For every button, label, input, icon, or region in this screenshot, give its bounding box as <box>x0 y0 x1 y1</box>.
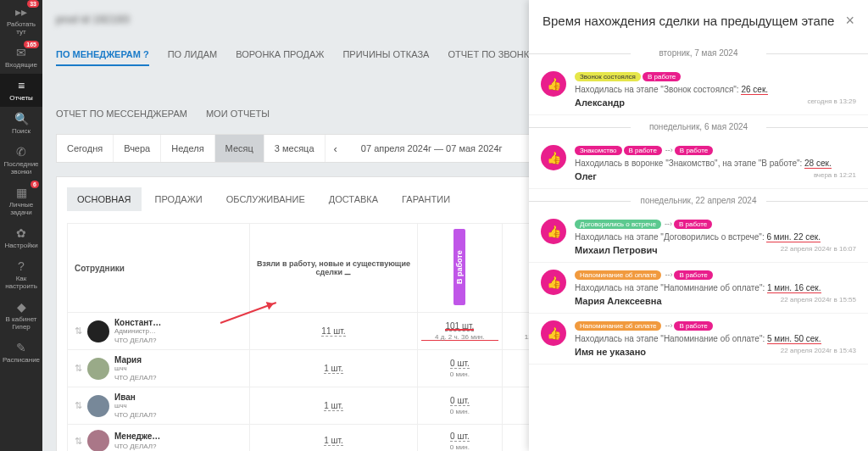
thumb-up-icon: 👍 <box>541 270 566 295</box>
thumb-up-icon: 👍 <box>541 219 566 244</box>
event-tags: Напоминание об оплате--›В работе <box>575 320 856 331</box>
stage-tag: Напоминание об оплате <box>575 321 661 331</box>
employee-name: Мария <box>114 355 157 365</box>
work-cell[interactable]: 1 шт. <box>250 425 417 452</box>
thumb-up-icon: 👍 <box>541 320 566 346</box>
sidebar-item-В кабинет Гипер[interactable]: ◆В кабинет Гипер <box>0 295 42 336</box>
drag-handle-icon[interactable]: ⇅ <box>75 400 82 411</box>
work-cell[interactable]: 11 шт. <box>250 313 417 350</box>
event-text: Находилась на этапе "Напоминание об опла… <box>575 334 856 343</box>
stage-tag: В работе <box>643 72 681 81</box>
event-tags: Звонок состоялсяВ работе <box>575 71 856 81</box>
event-item[interactable]: 👍 Договорились о встрече--›В работе Нахо… <box>529 212 868 263</box>
stage-tag: В работе <box>674 270 712 280</box>
stage-cell[interactable]: 0 шт. 0 мин. <box>417 350 502 387</box>
side-panel: Время нахождения сделки на предыдущем эт… <box>529 0 868 451</box>
sidebar-item-Входящие[interactable]: ✉Входящие165 <box>0 41 42 74</box>
sidebar-item-Настройки[interactable]: ✿Настройки <box>0 221 42 254</box>
arrow-icon: --› <box>665 146 673 154</box>
stage-tag: В работе <box>674 321 712 331</box>
stage-tag: В работе <box>624 146 662 155</box>
stage-tag: Договорились о встрече <box>575 220 661 229</box>
sidebar-item-Личные задачи[interactable]: ▦Личные задачи6 <box>0 181 42 221</box>
event-text: Находилась на этапе "Договорились о встр… <box>575 232 856 242</box>
event-item[interactable]: 👍 ЗнакомствоВ работе--›В работе Находила… <box>529 138 868 189</box>
stage-tag: В работе <box>675 146 713 155</box>
event-time: сегодня в 13:29 <box>807 97 856 105</box>
event-tags: ЗнакомствоВ работе--›В работе <box>575 145 856 155</box>
panel-title: Время нахождения сделки на предыдущем эт… <box>542 14 834 28</box>
event-item[interactable]: 👍 Звонок состоялсяВ работе Находилась на… <box>529 64 868 115</box>
employee-role: Администр… <box>114 327 161 335</box>
event-text: Находилась на этапе "Звонок состоялся": … <box>575 85 856 94</box>
tab-ПО МЕНЕДЖЕРАМ[interactable]: ПО МЕНЕДЖЕРАМ? <box>56 44 149 66</box>
event-tags: Договорились о встрече--›В работе <box>575 219 856 229</box>
employee-role: шчч <box>114 402 157 409</box>
drag-handle-icon[interactable]: ⇅ <box>75 436 82 447</box>
avatar <box>87 358 109 380</box>
date-btn-Месяц[interactable]: Месяц <box>215 135 264 162</box>
close-icon[interactable]: × <box>845 12 854 30</box>
event-item[interactable]: 👍 Напоминание об оплате--›В работе Наход… <box>529 263 868 314</box>
event-user: Олег <box>575 171 597 181</box>
sidebar-item-Расписание[interactable]: ✎Расписание <box>0 336 42 369</box>
filter-icon[interactable]: ⚊ <box>344 268 351 276</box>
drag-handle-icon[interactable]: ⇅ <box>75 363 82 374</box>
sidebar-icon: ✆ <box>2 145 41 159</box>
tab-ВОРОНКА ПРОДАЖ[interactable]: ВОРОНКА ПРОДАЖ <box>236 44 324 66</box>
subtab-ДОСТАВКА[interactable]: ДОСТАВКА <box>319 187 388 211</box>
tab-ОТЧЕТ ПО МЕССЕНДЖЕРАМ[interactable]: ОТЧЕТ ПО МЕССЕНДЖЕРАМ <box>56 103 187 124</box>
sidebar-item-Работать тут[interactable]: ▸▸Работать тут33 <box>0 0 42 41</box>
tab-ПО ЛИДАМ[interactable]: ПО ЛИДАМ <box>168 44 218 66</box>
subtab-ОСНОВНАЯ[interactable]: ОСНОВНАЯ <box>67 187 142 211</box>
tab-ПРИЧИНЫ ОТКАЗА[interactable]: ПРИЧИНЫ ОТКАЗА <box>342 44 429 66</box>
date-btn-3 месяца[interactable]: 3 месяца <box>264 135 326 162</box>
date-btn-Вчера[interactable]: Вчера <box>114 135 161 162</box>
sidebar-label: Работать тут <box>7 20 36 36</box>
sidebar-label: Отчеты <box>9 94 33 102</box>
employee-action-link[interactable]: ЧТО ДЕЛАЛ? <box>114 374 157 381</box>
panel-header: Время нахождения сделки на предыдущем эт… <box>529 0 868 42</box>
event-time: вчера в 12:21 <box>814 171 856 179</box>
sidebar-item-Как настроить[interactable]: ?Как настроить <box>0 254 42 295</box>
date-btn-Сегодня[interactable]: Сегодня <box>57 135 114 162</box>
sidebar-item-Поиск[interactable]: 🔍Поиск <box>0 107 42 140</box>
employee-action-link[interactable]: ЧТО ДЕЛАЛ? <box>114 411 157 419</box>
stage-cell[interactable]: 0 шт. 0 мин. <box>417 425 502 452</box>
badge: 33 <box>27 0 39 8</box>
arrow-icon: --› <box>665 270 672 279</box>
badge: 6 <box>31 181 39 188</box>
avatar <box>87 320 109 342</box>
subtab-ОБСЛУЖИВАНИЕ[interactable]: ОБСЛУЖИВАНИЕ <box>216 187 315 211</box>
subtab-ПРОДАЖИ[interactable]: ПРОДАЖИ <box>145 187 213 211</box>
stage-cell[interactable]: 101 шт. 4 д. 2 ч. 36 мин. <box>417 313 502 350</box>
event-time: 22 апреля 2024г в 16:07 <box>781 245 856 253</box>
date-prev-icon[interactable]: ‹ <box>326 142 346 155</box>
arrow-icon: --› <box>665 220 672 228</box>
employee-action-link[interactable]: ЧТО ДЕЛАЛ? <box>114 337 161 344</box>
employee-name: Констант… <box>114 318 161 327</box>
sidebar-item-Отчеты[interactable]: ≡Отчеты <box>0 74 42 107</box>
date-btn-Неделя[interactable]: Неделя <box>161 135 214 162</box>
event-item[interactable]: 👍 Напоминание об оплате--›В работе Наход… <box>529 314 868 365</box>
employee-action-link[interactable]: ЧТО ДЕЛАЛ? <box>114 443 160 450</box>
sidebar-label: Настройки <box>4 242 37 249</box>
event-user: Имя не указано <box>575 347 646 357</box>
subtab-ГАРАНТИИ[interactable]: ГАРАНТИИ <box>392 187 460 211</box>
stage-cell[interactable]: 0 шт. 0 мин. <box>417 387 502 425</box>
employee-name: Менедже… <box>114 432 160 441</box>
event-text: Находилась на этапе "Напоминание об опла… <box>575 283 856 292</box>
sidebar: ▸▸Работать тут33✉Входящие165≡Отчеты🔍Поис… <box>0 0 42 451</box>
work-cell[interactable]: 1 шт. <box>250 350 417 387</box>
work-cell[interactable]: 1 шт. <box>250 387 417 425</box>
day-separator: вторник, 7 мая 2024 <box>529 48 868 58</box>
drag-handle-icon[interactable]: ⇅ <box>75 326 82 337</box>
tab-help-icon[interactable]: ? <box>143 49 149 59</box>
event-user: Александр <box>575 97 625 108</box>
tab-МОИ ОТЧЕТЫ[interactable]: МОИ ОТЧЕТЫ <box>206 103 270 124</box>
employee-cell: ⇅ Менедже… ЧТО ДЕЛАЛ? <box>68 425 250 452</box>
th-stage: В работе <box>417 224 502 313</box>
employee-cell: ⇅ Иван шчч ЧТО ДЕЛАЛ? <box>68 387 250 425</box>
sidebar-icon: ✿ <box>2 226 41 240</box>
sidebar-item-Последние звонки[interactable]: ✆Последние звонки <box>0 140 42 181</box>
